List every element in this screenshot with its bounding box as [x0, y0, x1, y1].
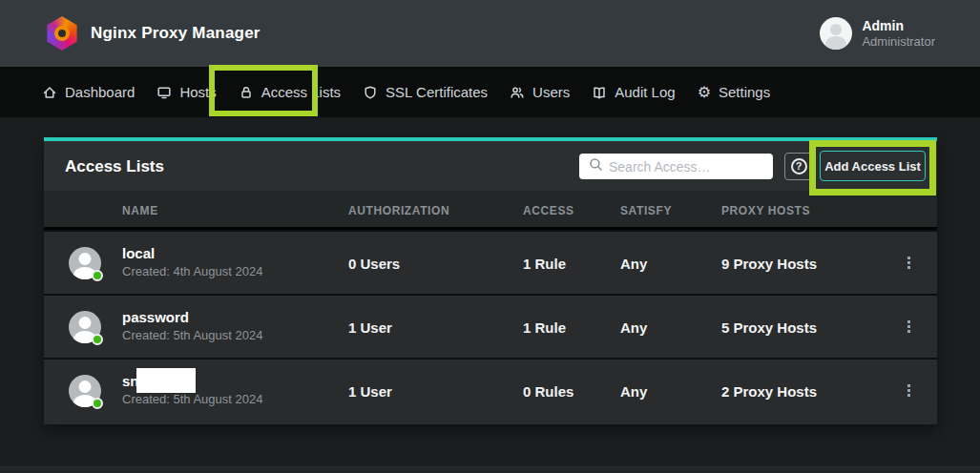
question-icon: ? [791, 158, 807, 175]
annotation-highlight-add-access-list-button [809, 140, 936, 195]
user-menu[interactable]: Admin Administrator [820, 17, 935, 50]
avatar [69, 311, 101, 343]
nav-item-label: Dashboard [65, 84, 135, 100]
search-icon [579, 157, 609, 175]
nav-item-label: SSL Certificates [386, 84, 488, 100]
brand[interactable]: Nginx Proxy Manager [46, 16, 261, 51]
proxy-hosts-value: 9 Proxy Hosts [721, 255, 817, 271]
access-value: 1 Rule [523, 319, 566, 335]
book-icon [592, 85, 607, 100]
access-lists-panel: Access Lists ? Add Access List NAME AUTH… [44, 137, 937, 424]
app-logo-icon [46, 16, 78, 51]
access-value: 0 Rules [523, 382, 573, 399]
created-date: Created: 5th August 2024 [122, 326, 262, 345]
monitor-icon [156, 85, 172, 100]
status-online-dot [92, 334, 103, 345]
user-name: Admin [862, 18, 935, 34]
table-row[interactable]: local Created: 4th August 2024 0 Users 1… [44, 230, 937, 294]
app-window: Nginx Proxy Manager Admin Administrator … [0, 0, 980, 473]
satisfy-value: Any [620, 382, 647, 399]
column-header-access: ACCESS [523, 204, 574, 217]
row-actions-kebab-icon[interactable] [899, 253, 918, 274]
avatar [69, 247, 101, 279]
nav-item-users[interactable]: Users [510, 84, 570, 100]
proxy-hosts-value: 5 Proxy Hosts [721, 319, 817, 335]
shield-icon [363, 85, 378, 100]
row-actions-kebab-icon[interactable] [899, 317, 918, 338]
user-role: Administrator [862, 34, 935, 50]
nav-item-label: Users [532, 84, 570, 100]
search-box [579, 154, 773, 179]
panel-header: Access Lists ? Add Access List [44, 141, 937, 191]
nav-item-settings[interactable]: ⚙ Settings [698, 84, 771, 100]
authorization-value: 1 User [348, 319, 392, 335]
nav-item-audit-log[interactable]: Audit Log [592, 84, 675, 100]
column-header-satisfy: SATISFY [620, 204, 672, 217]
column-header-proxy-hosts: PROXY HOSTS [721, 204, 810, 217]
gear-icon: ⚙ [698, 85, 711, 100]
row-actions-kebab-icon[interactable] [899, 380, 918, 401]
nav-item-ssl-certificates[interactable]: SSL Certificates [363, 84, 488, 100]
table-row[interactable]: password Created: 5th August 2024 1 User… [44, 294, 937, 358]
home-icon [42, 85, 57, 100]
redaction-box [136, 368, 196, 393]
access-list-name[interactable]: local [122, 244, 262, 262]
proxy-hosts-value: 2 Proxy Hosts [721, 382, 817, 399]
avatar [69, 375, 101, 407]
nav-item-label: Audit Log [615, 84, 675, 100]
nav-item-dashboard[interactable]: Dashboard [42, 84, 135, 100]
user-avatar [820, 17, 852, 50]
created-date: Created: 5th August 2024 [122, 390, 262, 409]
status-online-dot [92, 270, 103, 281]
created-date: Created: 4th August 2024 [122, 262, 262, 281]
annotation-highlight-access-lists-nav [209, 65, 318, 116]
app-title: Nginx Proxy Manager [91, 24, 261, 43]
status-online-dot [92, 398, 103, 409]
search-input[interactable] [609, 159, 752, 175]
nav-item-label: Settings [719, 84, 770, 100]
satisfy-value: Any [620, 255, 647, 271]
column-header-authorization: AUTHORIZATION [348, 204, 449, 217]
app-header: Nginx Proxy Manager Admin Administrator [0, 0, 980, 67]
panel-title: Access Lists [65, 157, 164, 176]
authorization-value: 0 Users [348, 255, 400, 271]
authorization-value: 1 User [348, 382, 392, 399]
satisfy-value: Any [620, 319, 647, 335]
table-row[interactable]: sn Created: 5th August 2024 1 User 0 Rul… [44, 358, 937, 422]
column-header-name: NAME [122, 204, 158, 217]
footer-strip [0, 466, 980, 473]
nav-item-hosts[interactable]: Hosts [156, 84, 216, 100]
access-list-name[interactable]: password [122, 308, 262, 326]
access-value: 1 Rule [523, 255, 566, 271]
table-header-row: NAME AUTHORIZATION ACCESS SATISFY PROXY … [44, 191, 937, 230]
main-nav: Dashboard Hosts Access Lists SSL Certifi… [0, 67, 980, 117]
users-icon [510, 85, 525, 100]
